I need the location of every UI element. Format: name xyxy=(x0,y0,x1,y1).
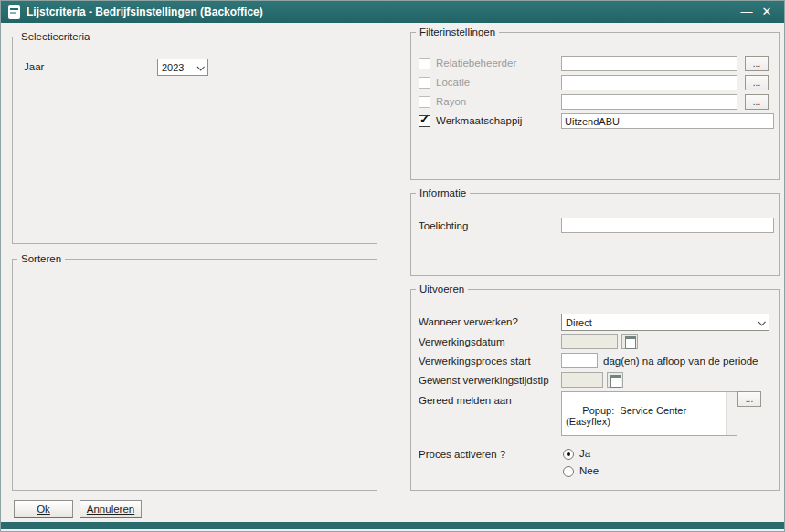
gereed-melden-browse-button[interactable]: ... xyxy=(737,391,761,407)
check-icon: ✓ xyxy=(419,112,430,126)
locatie-input[interactable] xyxy=(561,75,737,90)
cancel-button[interactable]: Annuleren xyxy=(80,500,142,518)
locatie-browse-button[interactable]: ... xyxy=(745,75,769,90)
proces-activeren-ja-radio[interactable] xyxy=(563,449,574,460)
wanneer-verwerken-label: Wanneer verwerken? xyxy=(419,316,518,327)
filter-row-locatie: Locatie ... xyxy=(419,75,775,91)
uitvoeren-group: Uitvoeren Wanneer verwerken? Direct Verw… xyxy=(410,283,780,491)
verwerkingsdatum-calendar-icon[interactable] xyxy=(621,334,638,349)
selectiecriteria-legend: Selectiecriteria xyxy=(17,31,93,42)
close-button[interactable]: ✕ xyxy=(757,1,777,23)
gereed-melden-aan-label: Gereed melden aan xyxy=(419,395,512,406)
proces-activeren-label: Proces activeren ? xyxy=(419,449,505,460)
jaar-select[interactable]: 2023 xyxy=(157,59,208,76)
filter-row-rayon: Rayon ... xyxy=(419,94,775,111)
proces-activeren-nee-label[interactable]: Nee xyxy=(579,465,599,476)
memo-scrollbar[interactable] xyxy=(726,392,737,435)
relatiebeheerder-label: Relatiebeheerder xyxy=(436,58,516,69)
chevron-down-icon xyxy=(196,63,204,70)
werkmaatschappij-checkbox[interactable]: ✓ xyxy=(419,115,430,127)
verwerkingsproces-start-input[interactable] xyxy=(561,353,598,368)
rayon-input[interactable] xyxy=(561,94,737,110)
rayon-label: Rayon xyxy=(436,96,466,107)
sorteren-legend: Sorteren xyxy=(17,253,65,264)
relatiebeheerder-checkbox[interactable] xyxy=(419,58,430,69)
chevron-down-icon xyxy=(758,318,765,325)
toelichting-input[interactable] xyxy=(561,218,774,233)
locatie-label: Locatie xyxy=(436,77,470,88)
uitvoeren-legend: Uitvoeren xyxy=(416,283,468,294)
dialog-window: Lijstcriteria - Bedrijfsinstellingen (Ba… xyxy=(0,0,785,532)
window-icon xyxy=(8,5,20,19)
relatiebeheerder-input[interactable] xyxy=(561,56,737,71)
wanneer-verwerken-select[interactable]: Direct xyxy=(561,314,769,331)
tijdstip-calendar-icon[interactable] xyxy=(607,372,623,388)
minimize-button[interactable]: — xyxy=(737,1,757,23)
locatie-checkbox[interactable] xyxy=(419,77,430,89)
relatiebeheerder-browse-button[interactable]: ... xyxy=(745,56,769,71)
filterinstellingen-group: Filterinstellingen Relatiebeheerder ... … xyxy=(410,27,780,180)
gewenst-verwerkingstijdstip-label: Gewenst verwerkingstijdstip xyxy=(419,375,549,386)
gereed-melden-aan-value: Popup: Service Center (Easyflex) xyxy=(566,405,689,427)
informatie-legend: Informatie xyxy=(416,187,470,198)
verwerkingsproces-start-suffix: dag(en) na afloop van de periode xyxy=(603,356,758,367)
ok-button[interactable]: Ok xyxy=(14,500,73,518)
filterinstellingen-legend: Filterinstellingen xyxy=(416,27,499,37)
titlebar[interactable]: Lijstcriteria - Bedrijfsinstellingen (Ba… xyxy=(1,1,784,23)
sorteren-group: Sorteren xyxy=(12,253,377,491)
filter-row-relatiebeheerder: Relatiebeheerder ... xyxy=(419,56,775,72)
proces-activeren-ja-label[interactable]: Ja xyxy=(579,448,590,459)
rayon-browse-button[interactable]: ... xyxy=(745,94,769,110)
bottom-accent-bar xyxy=(1,522,784,529)
werkmaatschappij-input[interactable] xyxy=(561,113,774,129)
selectiecriteria-group: Selectiecriteria Jaar 2023 xyxy=(12,31,377,244)
gereed-melden-aan-memo[interactable]: Popup: Service Center (Easyflex) xyxy=(561,391,737,436)
verwerkingsproces-start-label: Verwerkingsproces start xyxy=(419,356,531,367)
jaar-select-value: 2023 xyxy=(162,62,184,73)
verwerkingsdatum-input[interactable] xyxy=(561,334,618,349)
gewenst-verwerkingstijdstip-input[interactable] xyxy=(561,372,603,388)
window-title: Lijstcriteria - Bedrijfsinstellingen (Ba… xyxy=(27,5,737,18)
verwerkingsdatum-label: Verwerkingsdatum xyxy=(419,336,505,347)
toelichting-label: Toelichting xyxy=(419,220,468,231)
proces-activeren-nee-radio[interactable] xyxy=(563,466,574,477)
informatie-group: Informatie Toelichting xyxy=(410,187,780,276)
jaar-label: Jaar xyxy=(24,61,44,72)
rayon-checkbox[interactable] xyxy=(419,96,430,108)
filter-row-werkmaatschappij: ✓ Werkmaatschappij xyxy=(419,113,775,130)
werkmaatschappij-label: Werkmaatschappij xyxy=(436,115,522,126)
wanneer-verwerken-value: Direct xyxy=(566,317,592,328)
